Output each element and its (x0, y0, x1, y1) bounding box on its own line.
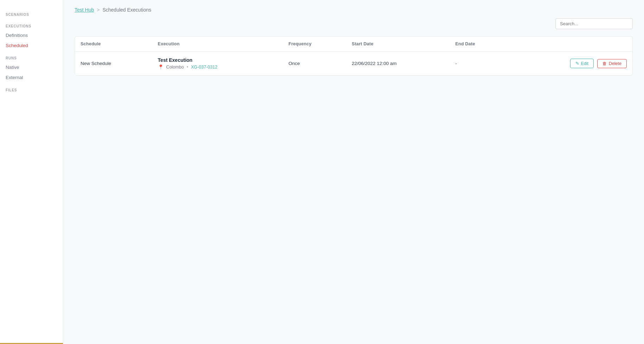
main-content: Test Hub > Scheduled Executions Schedule… (63, 0, 644, 344)
search-input[interactable] (555, 18, 633, 29)
end-date-cell: - (449, 52, 507, 76)
sidebar-item-scheduled[interactable]: Scheduled (0, 40, 63, 51)
col-header-execution: Execution (152, 37, 283, 52)
breadcrumb-separator: > (97, 7, 100, 13)
edit-label: Edit (581, 61, 589, 66)
schedule-cell: New Schedule (75, 52, 152, 76)
execution-meta: 📍 Colombo • XG-037-0312 (158, 64, 278, 70)
execution-cell: Test Execution 📍 Colombo • XG-037-0312 (152, 52, 283, 76)
breadcrumb: Test Hub > Scheduled Executions (63, 0, 644, 18)
search-bar-wrapper (75, 18, 633, 29)
col-header-start-date: Start Date (346, 37, 449, 52)
edit-icon: ✎ (575, 61, 579, 66)
delete-icon: 🗑 (602, 61, 607, 66)
execution-location: Colombo (166, 65, 184, 70)
col-header-schedule: Schedule (75, 37, 152, 52)
execution-name: Test Execution (158, 57, 278, 63)
frequency-cell: Once (283, 52, 346, 76)
sidebar-section-label-executions: EXECUTIONS (0, 19, 63, 30)
location-icon: 📍 (158, 64, 164, 70)
sidebar: SCENARIOS EXECUTIONS Definitions Schedul… (0, 0, 63, 344)
table-header-row: Schedule Execution Frequency Start Date … (75, 37, 632, 52)
schedule-table-container: Schedule Execution Frequency Start Date … (75, 36, 633, 76)
sidebar-section-files: FILES (0, 83, 63, 94)
sidebar-section-executions: EXECUTIONS Definitions Scheduled (0, 19, 63, 51)
col-header-frequency: Frequency (283, 37, 346, 52)
sidebar-section-label-runs: RUNS (0, 51, 63, 62)
breadcrumb-link[interactable]: Test Hub (75, 7, 94, 13)
start-date-cell: 22/06/2022 12:00 am (346, 52, 449, 76)
sidebar-item-definitions[interactable]: Definitions (0, 30, 63, 40)
sidebar-section-label-scenarios: SCENARIOS (0, 7, 63, 19)
execution-id: XG-037-0312 (191, 65, 217, 70)
breadcrumb-current: Scheduled Executions (102, 7, 151, 13)
sidebar-section-runs: RUNS Native External (0, 51, 63, 83)
delete-button[interactable]: 🗑 Delete (597, 59, 627, 68)
schedule-table: Schedule Execution Frequency Start Date … (75, 37, 632, 75)
actions-cell: ✎ Edit 🗑 Delete (507, 52, 632, 76)
page-content: Schedule Execution Frequency Start Date … (63, 18, 644, 344)
table-row: New Schedule Test Execution 📍 Colombo • … (75, 52, 632, 76)
delete-label: Delete (609, 61, 621, 66)
dot-separator: • (187, 65, 188, 70)
edit-button[interactable]: ✎ Edit (570, 59, 594, 68)
sidebar-section-label-files: FILES (0, 83, 63, 94)
col-header-actions (507, 37, 632, 52)
sidebar-item-native[interactable]: Native (0, 62, 63, 72)
sidebar-item-external[interactable]: External (0, 72, 63, 83)
sidebar-section-scenarios: SCENARIOS (0, 7, 63, 19)
col-header-end-date: End Date (449, 37, 507, 52)
